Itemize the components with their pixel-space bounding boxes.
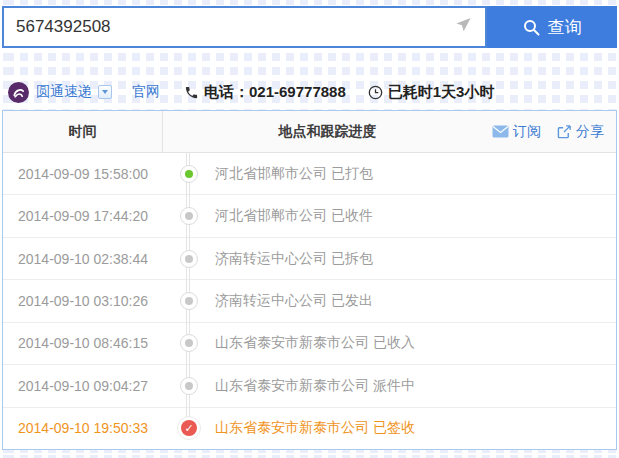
row-status: 山东省泰安市新泰市公司 派件中 <box>215 365 616 406</box>
timeline-dot-icon <box>180 377 198 395</box>
row-status: 河北省邯郸市公司 已收件 <box>215 195 616 236</box>
tracking-input-wrap <box>2 6 487 48</box>
timeline-node <box>163 365 215 406</box>
row-status: 河北省邯郸市公司 已打包 <box>215 153 616 194</box>
table-row: 2014-09-10 08:46:15 山东省泰安市新泰市公司 已收入 <box>3 323 616 365</box>
timeline-dot-icon <box>180 165 198 183</box>
phone-number: 电话：021-69777888 <box>204 83 346 102</box>
paper-plane-icon[interactable] <box>454 16 473 39</box>
header-progress: 地点和跟踪进度 <box>163 123 492 141</box>
timeline-dot-inner <box>185 339 193 347</box>
table-row: 2014-09-10 02:38:44 济南转运中心公司 已拆包 <box>3 238 616 280</box>
table-row: 2014-09-09 17:44:20 河北省邯郸市公司 已收件 <box>3 195 616 237</box>
row-time: 2014-09-10 19:50:33 <box>3 408 163 449</box>
courier-bar: 圆通速递 官网 电话：021-69777888 已耗时1天3小时 <box>8 80 516 104</box>
tracking-number-input[interactable] <box>2 6 487 48</box>
search-button[interactable]: 查询 <box>487 6 617 48</box>
timeline-dot-inner <box>185 170 193 178</box>
timeline-dot-icon <box>180 207 198 225</box>
timeline-dot-icon <box>180 250 198 268</box>
package-tracking-page: { "search": { "value": "5674392508", "bu… <box>0 0 619 458</box>
table-row: 2014-09-10 03:10:26 济南转运中心公司 已发出 <box>3 280 616 322</box>
official-site-link[interactable]: 官网 <box>132 83 160 101</box>
phone-group: 电话：021-69777888 <box>184 83 346 102</box>
row-status: 济南转运中心公司 已发出 <box>215 280 616 321</box>
header-time: 时间 <box>3 111 163 152</box>
share-label: 分享 <box>576 123 604 141</box>
row-status: 济南转运中心公司 已拆包 <box>215 238 616 279</box>
tracking-table: 时间 地点和跟踪进度 订阅 分享 <box>2 110 617 450</box>
timeline-node <box>163 195 215 236</box>
row-time: 2014-09-10 08:46:15 <box>3 323 163 364</box>
timeline-dot-inner <box>185 382 193 390</box>
phone-receiver-icon <box>184 85 199 100</box>
row-time: 2014-09-10 02:38:44 <box>3 238 163 279</box>
search-button-label: 查询 <box>548 16 582 39</box>
row-time: 2014-09-10 03:10:26 <box>3 280 163 321</box>
chevron-down-icon <box>102 90 108 94</box>
row-time: 2014-09-10 09:04:27 <box>3 365 163 406</box>
yto-logo <box>8 82 29 103</box>
courier-dropdown-button[interactable] <box>98 85 112 99</box>
row-status: 山东省泰安市新泰市公司 已签收 <box>215 408 616 449</box>
timeline-node <box>163 153 215 194</box>
table-row: 2014-09-10 09:04:27 山东省泰安市新泰市公司 派件中 <box>3 365 616 407</box>
header-actions: 订阅 分享 <box>492 123 616 141</box>
timeline-node <box>163 280 215 321</box>
share-icon <box>557 124 572 139</box>
magnifier-icon <box>523 19 540 36</box>
timeline-node <box>163 238 215 279</box>
row-time: 2014-09-09 17:44:20 <box>3 195 163 236</box>
timeline-node: ✓ <box>163 408 215 449</box>
share-link[interactable]: 分享 <box>557 123 604 141</box>
table-row: 2014-09-09 15:58:00 河北省邯郸市公司 已打包 <box>3 153 616 195</box>
table-body: 2014-09-09 15:58:00 河北省邯郸市公司 已打包 2014-09… <box>3 153 616 449</box>
table-header: 时间 地点和跟踪进度 订阅 分享 <box>3 111 616 153</box>
table-row: 2014-09-10 19:50:33 ✓ 山东省泰安市新泰市公司 已签收 <box>3 408 616 449</box>
row-time: 2014-09-09 15:58:00 <box>3 153 163 194</box>
timeline-dot-inner <box>185 297 193 305</box>
timeline-dot-inner <box>185 212 193 220</box>
clock-icon <box>368 85 383 100</box>
envelope-icon <box>492 125 509 138</box>
subscribe-label: 订阅 <box>513 123 541 141</box>
timeline-dot-inner <box>185 255 193 263</box>
elapsed-time: 已耗时1天3小时 <box>388 83 495 102</box>
courier-name-link[interactable]: 圆通速递 <box>36 83 92 101</box>
row-status: 山东省泰安市新泰市公司 已收入 <box>215 323 616 364</box>
timeline-node <box>163 323 215 364</box>
timeline-dot-inner: ✓ <box>181 420 197 436</box>
subscribe-link[interactable]: 订阅 <box>492 123 541 141</box>
timeline-dot-icon <box>180 292 198 310</box>
search-bar: 查询 <box>2 6 617 48</box>
timeline-dot-icon <box>180 334 198 352</box>
elapsed-group: 已耗时1天3小时 <box>368 83 495 102</box>
timeline-dot-icon: ✓ <box>177 416 201 440</box>
